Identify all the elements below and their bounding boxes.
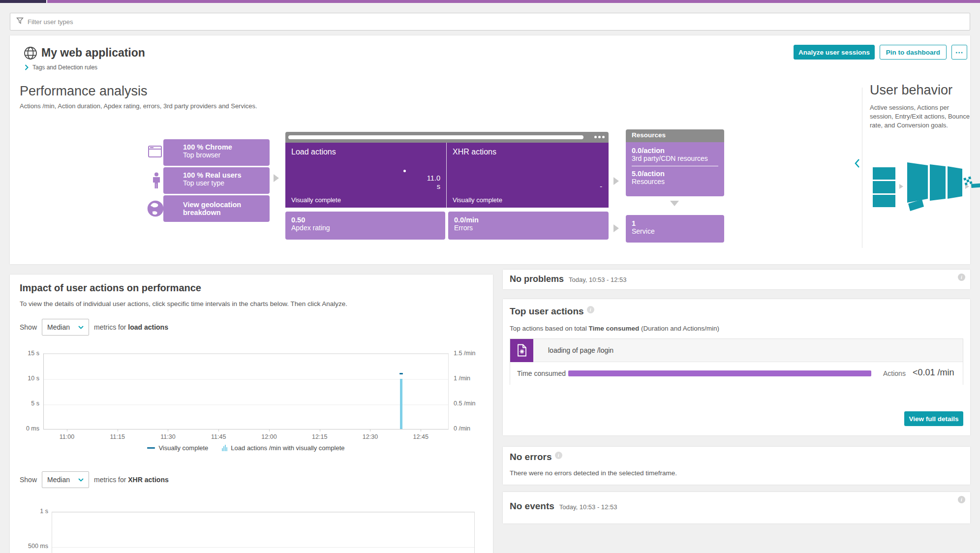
info-icon[interactable]: i — [958, 496, 965, 503]
analyze-user-sessions-button[interactable]: Analyze user sessions — [794, 45, 875, 60]
flow-arrow-right-icon — [613, 224, 619, 232]
top-progress-segment — [0, 0, 47, 3]
top-progress-bar — [0, 0, 980, 3]
tile-divider — [632, 166, 718, 166]
info-icon[interactable]: i — [958, 274, 965, 281]
show-label: Show — [20, 323, 37, 331]
legend-item[interactable]: Visually complete — [147, 444, 208, 452]
x-axis-tickmark — [218, 430, 219, 431]
y-axis-tick-label: 1.5 /min — [454, 350, 475, 357]
x-axis-tick-label: 11:30 — [160, 433, 175, 440]
tags-detection-rules-link[interactable]: Tags and Detection rules — [25, 64, 97, 71]
x-axis-tick-label: 12:30 — [363, 433, 378, 440]
legend-label: Load actions /min with visually complete — [231, 444, 344, 452]
show-label: Show — [20, 476, 37, 484]
no-errors-message: There were no errors detected in the sel… — [510, 469, 677, 477]
xhr-actions-metric-selector-row: Show Median metrics for XHR actions — [20, 471, 169, 488]
no-errors-card: No errors i There were no errors detecte… — [503, 447, 970, 485]
no-events-title: No events — [510, 501, 554, 512]
action-metrics: Time consumed Actions <0.01 /min — [510, 362, 963, 385]
load-actions-pane[interactable]: Load actions 11.0 s Visually complete — [285, 143, 447, 208]
x-axis-labels: 11:0011:1511:3011:4512:0012:1512:3012:45 — [43, 430, 449, 444]
browser-window-mock: Load actions 11.0 s Visually complete XH… — [285, 132, 609, 208]
y-axis-left-labels: 15 s10 s5 s0 ms — [10, 353, 39, 430]
top-user-type-value: 100 % Real users — [183, 171, 265, 179]
legend-label: Visually complete — [158, 444, 208, 452]
no-errors-title: No errors — [510, 452, 552, 462]
top-browser-tile[interactable]: 100 % Chrome Top browser — [163, 139, 270, 166]
flow-arrow-right-icon — [613, 177, 619, 185]
no-events-timeframe: Today, 10:53 - 12:53 — [559, 503, 617, 511]
view-full-details-button[interactable]: View full details — [904, 411, 963, 426]
metrics-for-text: metrics for XHR actions — [94, 476, 169, 484]
info-icon[interactable]: i — [555, 452, 562, 459]
pin-to-dashboard-button[interactable]: Pin to dashboard — [880, 45, 947, 60]
person-icon — [151, 172, 162, 191]
no-problems-card: No problems Today, 10:53 - 12:53 i — [503, 270, 970, 289]
apdex-rating-tile[interactable]: 0.50 Apdex rating — [285, 212, 445, 240]
third-party-value: 0.0/action — [632, 147, 718, 154]
service-label: Service — [632, 227, 718, 235]
apdex-value: 0.50 — [291, 216, 439, 224]
no-problems-title: No problems — [510, 274, 564, 284]
actions-label: Actions — [883, 369, 906, 377]
service-tile[interactable]: 1 Service — [626, 215, 724, 243]
top-user-type-tile[interactable]: 100 % Real users Top user type — [163, 167, 270, 194]
load-actions-chart[interactable] — [43, 353, 449, 430]
flow-arrow-right-icon — [274, 174, 279, 182]
xhr-actions-chart[interactable] — [52, 512, 475, 553]
errors-value: 0.0/min — [454, 216, 603, 224]
x-axis-tick-label: 12:15 — [312, 433, 327, 440]
y-axis-tick-label: 0 ms — [26, 425, 39, 432]
load-actions-title: Load actions — [291, 148, 336, 156]
resources-header: Resources — [626, 129, 724, 142]
top-browser-value: 100 % Chrome — [183, 143, 265, 151]
no-problems-timeframe: Today, 10:53 - 12:53 — [569, 276, 627, 283]
collapse-panel-chevron-icon[interactable] — [854, 158, 860, 170]
x-axis-tickmark — [370, 430, 370, 431]
resources-tile[interactable]: 0.0/action 3rd party/CDN resources 5.0/a… — [626, 142, 724, 196]
xhr-actions-title: XHR actions — [453, 148, 496, 156]
info-icon[interactable]: i — [587, 306, 594, 313]
page-title: My web application — [41, 46, 145, 60]
legend-bars-icon — [222, 445, 227, 451]
legend-item[interactable]: Load actions /min with visually complete — [222, 444, 344, 452]
xhr-actions-pane[interactable]: XHR actions - Visually complete — [447, 143, 608, 208]
time-consumed-bar — [568, 370, 871, 376]
y-axis-label: 500 ms — [28, 543, 48, 550]
actions-value: <0.01 /min — [913, 368, 954, 378]
xhr-actions-metric-dropdown[interactable]: Median — [42, 471, 89, 488]
x-axis-tickmark — [421, 430, 421, 431]
filter-bar[interactable] — [10, 13, 970, 31]
geolocation-breakdown-tile[interactable]: View geolocation breakdown — [163, 195, 270, 222]
page-load-action-icon — [510, 339, 533, 362]
x-axis-tickmark — [67, 430, 67, 431]
y-axis-label: 1 s — [40, 508, 48, 515]
section-divider — [862, 88, 862, 248]
top-user-actions-subtitle: Top actions based on total Time consumed… — [510, 325, 719, 332]
impact-title: Impact of user actions on performance — [20, 282, 201, 294]
y-axis-tick-label: 10 s — [28, 375, 39, 382]
load-actions-metric-dropdown[interactable]: Median — [42, 319, 89, 336]
more-options-button[interactable]: ⋯ — [951, 45, 967, 60]
load-actions-metric-label: Visually complete — [291, 196, 341, 204]
browser-url-bar — [288, 135, 583, 139]
action-header[interactable]: loading of page /login — [510, 339, 963, 362]
filter-input[interactable] — [28, 18, 964, 26]
metrics-for-text: metrics for load actions — [94, 323, 168, 331]
impact-card: Impact of user actions on performance To… — [10, 275, 493, 553]
visually-complete-marker[interactable] — [399, 373, 403, 374]
chevron-right-icon — [25, 64, 29, 70]
errors-label: Errors — [454, 224, 603, 232]
load-actions-per-min-bar[interactable] — [400, 379, 402, 429]
x-axis-tickmark — [269, 430, 270, 431]
application-header-card: My web application Tags and Detection ru… — [10, 35, 970, 264]
top-action-row: loading of page /login Time consumed Act… — [510, 338, 963, 385]
user-behavior-funnel-icon[interactable] — [867, 154, 980, 215]
x-axis-tickmark — [168, 430, 168, 431]
chart-legend: Visually completeLoad actions /min with … — [43, 444, 449, 452]
y-axis-tick-label: 0.5 /min — [454, 400, 475, 407]
errors-tile[interactable]: 0.0/min Errors — [448, 212, 609, 240]
chevron-down-icon — [78, 478, 84, 482]
y-axis-tick-label: 0 /min — [454, 425, 470, 432]
